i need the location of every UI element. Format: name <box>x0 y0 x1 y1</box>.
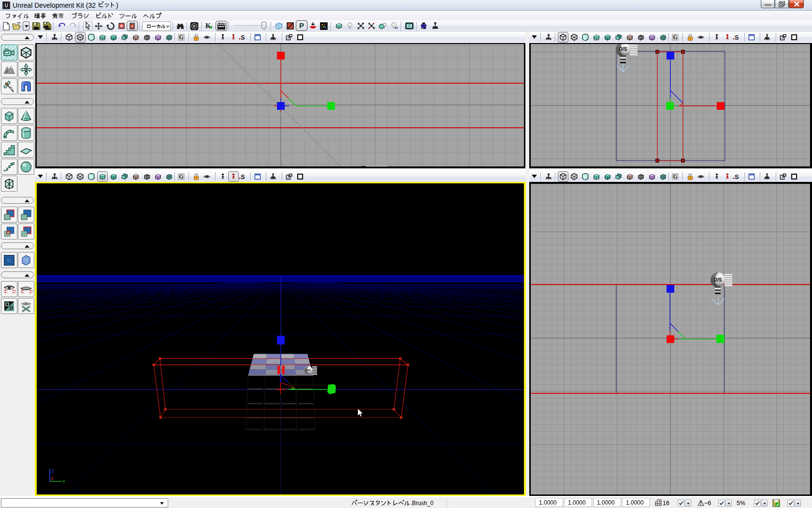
svg-text:Y: Y <box>62 479 65 485</box>
svg-text:D/S: D/S <box>619 46 627 52</box>
svg-text:X: X <box>51 477 54 482</box>
svg-text:.Brush_0: .Brush_0 <box>410 500 434 507</box>
svg-text:Z: Z <box>51 469 54 474</box>
svg-text:D/S: D/S <box>306 369 311 372</box>
svg-text:D/S: D/S <box>714 277 722 283</box>
svg-text:U: U <box>4 3 8 8</box>
svg-text:T: T <box>24 66 28 73</box>
